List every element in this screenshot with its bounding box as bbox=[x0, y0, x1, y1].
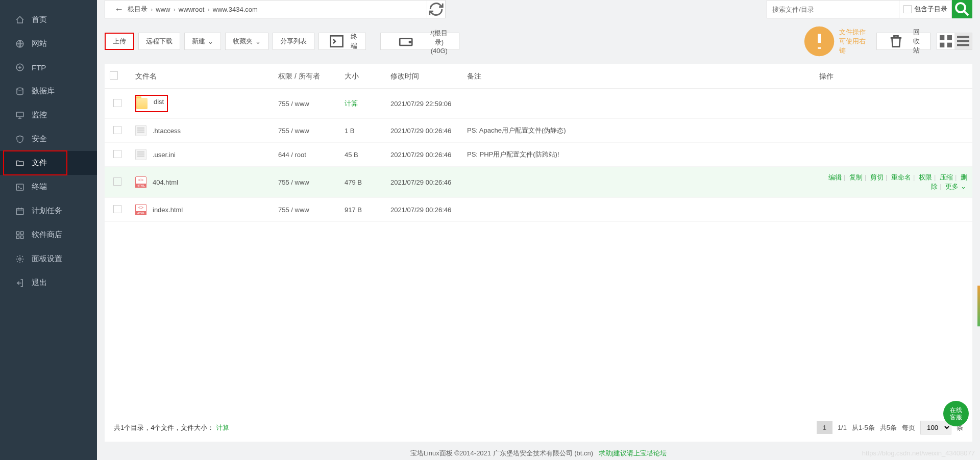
favorites-button[interactable]: 收藏夹 ⌄ bbox=[225, 33, 268, 50]
size-cell: 计算 bbox=[339, 89, 385, 119]
calculate-size-link[interactable]: 计算 bbox=[216, 424, 229, 431]
share-list-button[interactable]: 分享列表 bbox=[273, 33, 314, 50]
file-name: 404.html bbox=[153, 178, 178, 186]
online-support-button[interactable]: 在线 客服 bbox=[943, 401, 969, 426]
sidebar-item-label: 网站 bbox=[32, 39, 47, 48]
html-icon bbox=[135, 204, 146, 215]
row-checkbox[interactable] bbox=[113, 99, 121, 107]
svg-rect-9 bbox=[21, 236, 23, 238]
table-row[interactable]: dist 755 / www 计算 2021/07/29 22:59:06 bbox=[105, 89, 972, 119]
new-button[interactable]: 新建 ⌄ bbox=[184, 33, 221, 50]
sidebar-item-files[interactable]: 文件 bbox=[0, 151, 97, 175]
upload-button[interactable]: 上传 bbox=[105, 33, 134, 50]
sidebar-item-appstore[interactable]: 软件商店 bbox=[0, 223, 97, 247]
list-view-button[interactable] bbox=[954, 33, 972, 49]
table-row[interactable]: index.html 755 / www 917 B 2021/07/29 00… bbox=[105, 198, 972, 222]
sidebar-item-home[interactable]: 首页 bbox=[0, 8, 97, 32]
apps-icon bbox=[15, 231, 24, 240]
page-total: 1/1 bbox=[838, 424, 847, 431]
col-header-mtime[interactable]: 修改时间 bbox=[385, 64, 462, 89]
sidebar-item-terminal[interactable]: 终端 bbox=[0, 175, 97, 199]
row-checkbox[interactable] bbox=[113, 126, 121, 134]
sidebar-item-monitor[interactable]: 监控 bbox=[0, 103, 97, 127]
table-row[interactable]: .user.ini 644 / root 45 B 2021/07/29 00:… bbox=[105, 143, 972, 167]
sidebar-item-label: 文件 bbox=[32, 158, 47, 168]
folder-icon bbox=[136, 98, 148, 109]
page-range: 从1-5条 bbox=[852, 423, 875, 432]
size-cell: 917 B bbox=[339, 198, 385, 222]
refresh-button[interactable] bbox=[427, 0, 446, 18]
recycle-bin-button[interactable]: 回收站 bbox=[876, 33, 930, 50]
sidebar-item-label: 首页 bbox=[32, 15, 47, 24]
sidebar-item-label: 面板设置 bbox=[32, 254, 62, 264]
search-button[interactable] bbox=[952, 0, 972, 18]
copy-link[interactable]: 复制 bbox=[848, 173, 864, 181]
calculate-link[interactable]: 计算 bbox=[345, 99, 358, 107]
svg-point-14 bbox=[409, 41, 411, 43]
breadcrumb-item[interactable]: www bbox=[156, 6, 170, 13]
include-subdirs-checkbox[interactable]: 包含子目录 bbox=[899, 0, 952, 18]
disk-button[interactable]: /(根目录) (40G) bbox=[380, 33, 459, 50]
perm-link[interactable]: 权限 bbox=[918, 173, 933, 181]
remark-cell: PS: Apache用户配置文件(伪静态) bbox=[462, 119, 814, 143]
compress-link[interactable]: 压缩 bbox=[939, 173, 954, 181]
sidebar-item-logout[interactable]: 退出 bbox=[0, 271, 97, 295]
sidebar-item-security[interactable]: 安全 bbox=[0, 127, 97, 151]
help-link[interactable]: 求助|建议请上宝塔论坛 bbox=[599, 449, 667, 457]
page-current[interactable]: 1 bbox=[817, 421, 832, 434]
breadcrumb-item[interactable]: wwwroot bbox=[179, 6, 205, 13]
sidebar-item-cron[interactable]: 计划任务 bbox=[0, 199, 97, 223]
breadcrumb-item[interactable]: www.3434.com bbox=[213, 6, 258, 13]
svg-rect-16 bbox=[940, 35, 944, 40]
text-icon bbox=[135, 125, 146, 136]
row-checkbox[interactable] bbox=[113, 150, 121, 158]
home-icon bbox=[15, 15, 24, 24]
sidebar: 首页 网站 FTP 数据库 监控 安全 文件 终端 bbox=[0, 0, 97, 460]
edit-link[interactable]: 编辑 bbox=[827, 173, 843, 181]
select-all-checkbox[interactable] bbox=[110, 71, 118, 80]
rename-link[interactable]: 重命名 bbox=[890, 173, 912, 181]
more-link[interactable]: 更多 ⌄ bbox=[944, 183, 967, 190]
remark-cell bbox=[462, 167, 814, 198]
mtime-cell: 2021/07/29 22:59:06 bbox=[385, 89, 462, 119]
watermark: https://blog.csdn.net/weixin_43408077 bbox=[862, 449, 975, 457]
logout-icon bbox=[15, 278, 24, 288]
col-header-size[interactable]: 大小 bbox=[339, 64, 385, 89]
svg-rect-8 bbox=[16, 236, 19, 238]
mtime-cell: 2021/07/29 00:26:46 bbox=[385, 143, 462, 167]
chevron-down-icon: ⌄ bbox=[255, 38, 261, 45]
back-button[interactable]: ← bbox=[110, 4, 128, 15]
row-checkbox[interactable] bbox=[113, 205, 121, 213]
table-row[interactable]: .htaccess 755 / www 1 B 2021/07/29 00:26… bbox=[105, 119, 972, 143]
perm-cell: 755 / www bbox=[273, 89, 339, 119]
chevron-right-icon: › bbox=[170, 6, 179, 13]
sidebar-item-settings[interactable]: 面板设置 bbox=[0, 247, 97, 271]
mtime-cell: 2021/07/29 00:26:46 bbox=[385, 167, 462, 198]
remark-cell bbox=[462, 198, 814, 222]
svg-rect-3 bbox=[16, 112, 23, 117]
breadcrumb: ← 根目录 › www › wwwroot › www.3434.com bbox=[105, 0, 427, 18]
breadcrumb-item[interactable]: 根目录 bbox=[128, 5, 148, 14]
sidebar-item-website[interactable]: 网站 bbox=[0, 32, 97, 56]
perm-cell: 755 / www bbox=[273, 198, 339, 222]
mtime-cell: 2021/07/29 00:26:46 bbox=[385, 119, 462, 143]
sidebar-item-label: 退出 bbox=[32, 278, 47, 288]
remote-download-button[interactable]: 远程下载 bbox=[138, 33, 180, 50]
credits: 宝塔Linux面板 ©2014-2021 广东堡塔安全技术有限公司 (bt.cn… bbox=[97, 442, 980, 460]
sidebar-item-ftp[interactable]: FTP bbox=[0, 56, 97, 79]
table-row[interactable]: 404.html 755 / www 479 B 2021/07/29 00:2… bbox=[105, 167, 972, 198]
cut-link[interactable]: 剪切 bbox=[869, 173, 885, 181]
grid-view-button[interactable] bbox=[937, 33, 954, 49]
breadcrumb-bar: ← 根目录 › www › wwwroot › www.3434.com 包含子… bbox=[97, 0, 980, 23]
terminal-button[interactable]: 终端 bbox=[318, 33, 366, 50]
include-subdirs-label: 包含子目录 bbox=[914, 5, 947, 14]
sidebar-item-database[interactable]: 数据库 bbox=[0, 79, 97, 103]
svg-point-2 bbox=[17, 88, 23, 90]
checkbox-icon bbox=[903, 5, 912, 13]
col-header-filename[interactable]: 文件名 bbox=[130, 64, 273, 89]
col-header-permission[interactable]: 权限 / 所有者 bbox=[273, 64, 339, 89]
toolbar: 上传 远程下载 新建 ⌄ 收藏夹 ⌄ 分享列表 终端 /(根目录) (40G) … bbox=[97, 23, 980, 64]
row-checkbox[interactable] bbox=[113, 177, 121, 186]
search-input[interactable] bbox=[767, 0, 899, 18]
svg-point-10 bbox=[19, 258, 21, 260]
